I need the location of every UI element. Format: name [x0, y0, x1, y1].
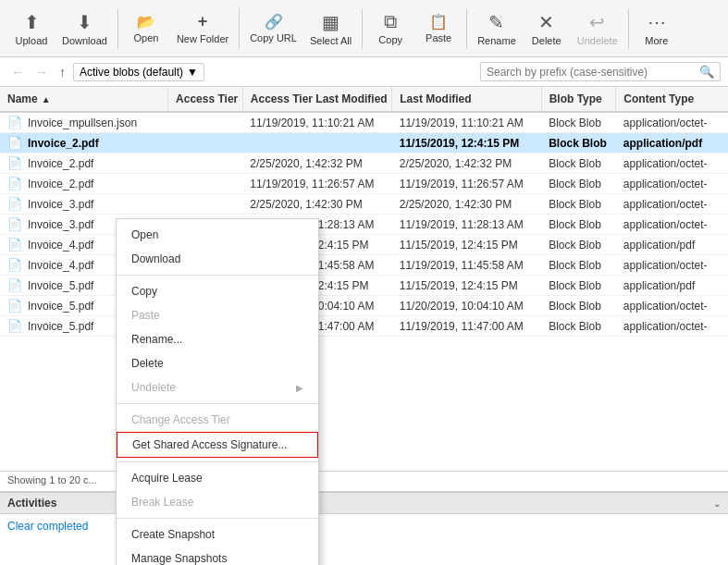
menu-item-acquire-lease[interactable]: Acquire Lease	[117, 466, 318, 490]
select-all-button[interactable]: ▦ Select All	[303, 4, 358, 54]
rename-button[interactable]: ✎ Rename	[471, 4, 523, 54]
open-button[interactable]: 📂 Open	[122, 4, 170, 54]
menu-item-manage-snapshots[interactable]: Manage Snapshots	[117, 547, 318, 565]
copy-url-icon: 🔗	[265, 13, 283, 31]
status-text: Showing 1 to 20 c...	[7, 474, 97, 485]
up-button[interactable]: ↑	[56, 63, 69, 81]
download-button[interactable]: ⬇ Download	[56, 4, 114, 54]
blob-select-chevron: ▼	[187, 66, 198, 79]
file-table-container: Name▲ Access Tier Access Tier Last Modif…	[0, 87, 728, 471]
content-type-cell: application/octet-	[616, 112, 728, 133]
file-icon: 📄	[7, 319, 22, 333]
col-header-last-mod[interactable]: Last Modified	[392, 87, 541, 112]
table-row[interactable]: 📄Invoice_4.pdf11/19/2019, 11:45:58 AM11/…	[0, 255, 728, 276]
activities-chevron[interactable]: ⌄	[713, 498, 721, 509]
clear-completed-button[interactable]: Clear completed	[7, 520, 88, 533]
menu-item-create-snapshot[interactable]: Create Snapshot	[117, 522, 318, 547]
file-name: Invoice_5.pdf	[28, 300, 93, 313]
table-row[interactable]: 📄Invoice_5.pdf11/19/2019, 11:47:00 AM11/…	[0, 316, 728, 337]
table-row[interactable]: 📄Invoice_4.pdf11/15/2019, 12:4:15 PM11/1…	[0, 235, 728, 255]
blob-type-cell: Block Blob	[541, 276, 616, 296]
menu-item-paste: Paste	[117, 303, 318, 327]
last-mod-cell: 11/19/2019, 11:28:13 AM	[392, 215, 541, 235]
file-name: Invoice_4.pdf	[28, 259, 93, 272]
table-body: 📄Invoice_mpullsen.json11/19/2019, 11:10:…	[0, 112, 728, 337]
blob-type-cell: Block Blob	[541, 235, 616, 255]
blob-type-cell: Block Blob	[541, 215, 616, 235]
copy-url-button[interactable]: 🔗 Copy URL	[243, 4, 303, 54]
more-button[interactable]: ⋯ More	[633, 4, 681, 54]
col-header-name[interactable]: Name▲	[0, 87, 168, 112]
separator-5	[628, 8, 629, 49]
table-row[interactable]: 📄Invoice_3.pdf11/19/2019, 11:28:13 AM11/…	[0, 215, 728, 235]
toolbar: ⬆ Upload ⬇ Download 📂 Open + New Folder …	[0, 0, 728, 57]
more-icon: ⋯	[648, 11, 666, 33]
table-row[interactable]: 📄Invoice_2.pdf2/25/2020, 1:42:32 PM2/25/…	[0, 154, 728, 174]
menu-item-delete[interactable]: Delete	[117, 351, 318, 375]
file-icon: 📄	[7, 258, 22, 272]
delete-button[interactable]: ✕ Delete	[523, 4, 571, 54]
last-mod-cell: 11/19/2019, 11:45:58 AM	[392, 255, 541, 276]
undelete-button[interactable]: ↩ Undelete	[571, 4, 624, 54]
menu-item-shared-access[interactable]: Get Shared Access Signature...	[117, 432, 318, 458]
new-folder-button[interactable]: + New Folder	[170, 4, 235, 54]
access-tier-cell	[168, 154, 243, 174]
access-tier-cell	[168, 112, 243, 133]
table-row[interactable]: 📄Invoice_mpullsen.json11/19/2019, 11:10:…	[0, 112, 728, 133]
table-row[interactable]: 📄Invoice_2.pdf11/19/2019, 11:26:57 AM11/…	[0, 174, 728, 194]
content-type-cell: application/octet-	[616, 194, 728, 215]
col-header-blob[interactable]: Blob Type	[541, 87, 616, 112]
table-header-row: Name▲ Access Tier Access Tier Last Modif…	[0, 87, 728, 112]
file-name: Invoice_2.pdf	[28, 137, 99, 150]
separator-4	[466, 8, 467, 49]
copy-button[interactable]: ⧉ Copy	[366, 4, 414, 54]
content-type-cell: application/octet-	[616, 154, 728, 174]
access-tier-cell	[168, 194, 243, 215]
blob-type-cell: Block Blob	[541, 133, 616, 154]
tier-mod-cell	[242, 133, 391, 154]
table-row[interactable]: 📄Invoice_5.pdf11/20/2019, 10:04:10 AM11/…	[0, 296, 728, 316]
new-folder-icon: +	[198, 12, 208, 31]
activities-title: Activities	[7, 497, 56, 510]
tier-mod-cell: 11/19/2019, 11:26:57 AM	[242, 174, 391, 194]
file-name: Invoice_2.pdf	[28, 157, 93, 170]
last-mod-cell: 11/19/2019, 11:26:57 AM	[392, 174, 541, 194]
file-name: Invoice_2.pdf	[28, 178, 93, 190]
download-icon: ⬇	[77, 11, 93, 33]
separator-3	[362, 8, 363, 49]
col-header-tier-mod[interactable]: Access Tier Last Modified	[242, 87, 391, 112]
forward-button[interactable]: →	[31, 63, 52, 81]
search-box: 🔍	[480, 62, 721, 81]
file-icon: 📄	[7, 136, 22, 150]
activities-header: Activities ⌄	[0, 493, 728, 514]
table-row[interactable]: 📄Invoice_3.pdf2/25/2020, 1:42:30 PM2/25/…	[0, 194, 728, 215]
blob-type-cell: Block Blob	[541, 255, 616, 276]
activities-panel: Activities ⌄ Clear completed	[0, 491, 728, 565]
col-header-access[interactable]: Access Tier	[168, 87, 243, 112]
last-mod-cell: 11/15/2019, 12:4:15 PM	[392, 235, 541, 255]
last-mod-cell: 11/19/2019, 11:10:21 AM	[392, 112, 541, 133]
table-row[interactable]: 📄Invoice_2.pdf11/15/2019, 12:4:15 PMBloc…	[0, 133, 728, 154]
file-icon: 📄	[7, 197, 22, 211]
menu-separator	[117, 403, 318, 404]
search-input[interactable]	[487, 66, 699, 79]
col-header-content[interactable]: Content Type	[616, 87, 728, 112]
access-tier-cell	[168, 133, 243, 154]
last-mod-cell: 2/25/2020, 1:42:30 PM	[392, 194, 541, 215]
table-row[interactable]: 📄Invoice_5.pdf11/15/2019, 12:4:15 PM11/1…	[0, 276, 728, 296]
back-button[interactable]: ←	[7, 63, 28, 81]
file-icon: 📄	[7, 238, 22, 252]
blob-select[interactable]: Active blobs (default) ▼	[73, 63, 204, 81]
menu-item-change-access: Change Access Tier	[117, 408, 318, 432]
menu-item-rename[interactable]: Rename...	[117, 327, 318, 351]
menu-item-download[interactable]: Download	[117, 247, 318, 271]
menu-item-open[interactable]: Open	[117, 223, 318, 247]
file-name: Invoice_mpullsen.json	[28, 117, 137, 129]
upload-button[interactable]: ⬆ Upload	[7, 4, 56, 54]
menu-item-copy[interactable]: Copy	[117, 279, 318, 303]
paste-button[interactable]: 📋 Paste	[414, 4, 463, 54]
open-icon: 📂	[137, 13, 155, 31]
delete-icon: ✕	[538, 11, 554, 33]
blob-select-label: Active blobs (default)	[80, 66, 183, 79]
menu-separator	[117, 518, 318, 519]
